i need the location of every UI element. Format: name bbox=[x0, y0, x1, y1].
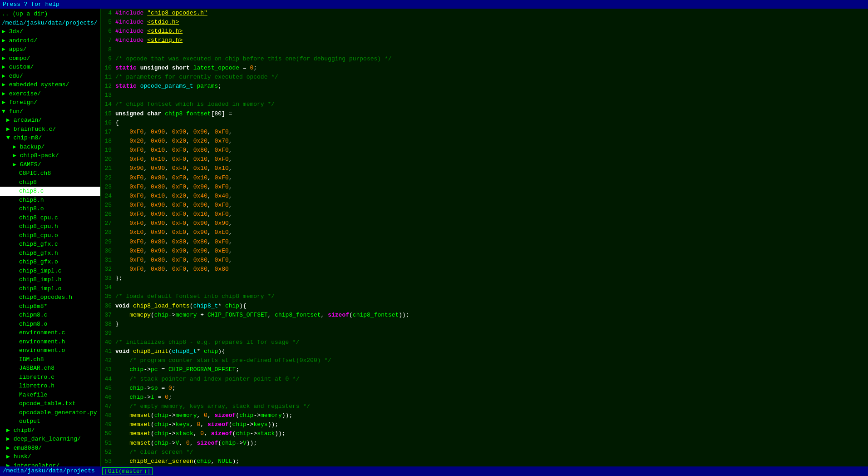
sidebar-item-chip8-c[interactable]: chip8.c bbox=[0, 187, 100, 196]
code-line-7: 7 #include <string.h> bbox=[101, 36, 868, 45]
code-line-52: 52 /* clear screen */ bbox=[101, 448, 868, 457]
code-line-37: 37 memcpy(chip->memory + CHIP_FONTS_OFFS… bbox=[101, 311, 868, 320]
sidebar-item-compo[interactable]: ▶ compo/ bbox=[0, 54, 100, 63]
code-line-48: 48 memset(chip->memory, 0, sizeof(chip->… bbox=[101, 411, 868, 420]
main-area: .. (up a dir) /media/jasku/data/projects… bbox=[0, 9, 868, 466]
sidebar-item-interpolator[interactable]: ▶ interpolator/ bbox=[0, 461, 100, 467]
code-line-14: 14 /* chip8 fontset which is loaded in m… bbox=[101, 100, 868, 109]
code-line-23: 23 0xF0, 0x80, 0xF0, 0x90, 0xF0, bbox=[101, 183, 868, 192]
sidebar-item-android[interactable]: ▶ android/ bbox=[0, 36, 100, 45]
sidebar-item-chip8-opcodes-h[interactable]: chip8_opcodes.h bbox=[0, 293, 100, 302]
code-line-25: 25 0xF0, 0x90, 0xF0, 0x90, 0xF0, bbox=[101, 201, 868, 210]
code-line-17: 17 0xF0, 0x90, 0x90, 0x90, 0xF0, bbox=[101, 128, 868, 137]
sidebar-parent[interactable]: .. (up a dir) bbox=[0, 10, 100, 19]
sidebar-item-chip8-h[interactable]: chip8.h bbox=[0, 196, 100, 205]
sidebar-item-c8pic[interactable]: C8PIC.ch8 bbox=[0, 169, 100, 178]
sidebar-item-exercise[interactable]: ▶ exercise/ bbox=[0, 89, 100, 99]
sidebar-item-chip8-gfx-c[interactable]: chip8_gfx.c bbox=[0, 240, 100, 249]
sidebar-item-chip8-cpu-h[interactable]: chip8_cpu.h bbox=[0, 222, 100, 231]
sidebar-item-makefile[interactable]: Makefile bbox=[0, 391, 100, 400]
code-line-5: 5 #include <stdio.h> bbox=[101, 18, 868, 27]
sidebar-item-libretro-c[interactable]: libretro.c bbox=[0, 373, 100, 382]
code-line-11: 11 /* parameters for currently executed … bbox=[101, 73, 868, 82]
code-line-38: 38 } bbox=[101, 320, 868, 329]
code-line-4: 4 #include "chip8_opcodes.h" bbox=[101, 9, 868, 18]
sidebar-item-chipm8-o[interactable]: chipm8.o bbox=[0, 320, 100, 329]
sidebar-item-brainfuck[interactable]: ▶ brainfuck.c/ bbox=[0, 125, 100, 134]
code-line-10: 10 static unsigned short latest_opcode =… bbox=[101, 64, 868, 73]
sidebar-item-arcawin[interactable]: ▶ arcawin/ bbox=[0, 116, 100, 125]
code-line-20: 20 0xF0, 0x10, 0xF0, 0x10, 0xF0, bbox=[101, 155, 868, 164]
sidebar-item-chip8-impl-h[interactable]: chip8_impl.h bbox=[0, 275, 100, 284]
sidebar-item-opcode-table[interactable]: opcode_table.txt bbox=[0, 399, 100, 408]
code-line-19: 19 0xF0, 0x10, 0xF0, 0x80, 0xF0, bbox=[101, 146, 868, 155]
code-line-32: 32 0xF0, 0x80, 0xF0, 0x80, 0x80 bbox=[101, 265, 868, 274]
code-line-47: 47 /* empty memory, keys array, stack an… bbox=[101, 402, 868, 411]
sidebar-item-foreign[interactable]: ▶ foreign/ bbox=[0, 98, 100, 107]
code-line-40: 40 /* initializes chip8 - e.g. prepares … bbox=[101, 338, 868, 347]
code-line-44: 44 /* stack pointer and index pointer po… bbox=[101, 375, 868, 384]
sidebar-item-chip8-dir[interactable]: ▶ chip8/ bbox=[0, 426, 100, 435]
sidebar-item-custom[interactable]: ▶ custom/ bbox=[0, 63, 100, 72]
sidebar-item-chip8-cpu-c[interactable]: chip8_cpu.c bbox=[0, 213, 100, 223]
code-line-46: 46 chip->I = 0; bbox=[101, 393, 868, 402]
sidebar-item-env-o[interactable]: environment.o bbox=[0, 346, 100, 355]
sidebar-item-emu8080[interactable]: ▶ emu8080/ bbox=[0, 444, 100, 453]
sidebar-item-games[interactable]: ▶ GAMES/ bbox=[0, 160, 100, 169]
sidebar-item-chip8-gfx-o[interactable]: chip8_gfx.o bbox=[0, 258, 100, 267]
sidebar-item-embedded[interactable]: ▶ embedded_systems/ bbox=[0, 80, 100, 89]
code-line-8: 8 bbox=[101, 45, 868, 55]
sidebar-item-jasbar[interactable]: JASBAR.ch8 bbox=[0, 364, 100, 373]
sidebar-item-libretro-h[interactable]: libretro.h bbox=[0, 382, 100, 391]
code-line-16: 16 { bbox=[101, 119, 868, 128]
sidebar-item-chip8-impl-c[interactable]: chip8_impl.c bbox=[0, 267, 100, 276]
code-line-39: 39 bbox=[101, 329, 868, 338]
sidebar-item-chip8-pack[interactable]: ▶ chip8-pack/ bbox=[0, 151, 100, 160]
code-line-35: 35 /* loads default fontset into chip8 m… bbox=[101, 292, 868, 301]
help-text: Press ? for help bbox=[3, 1, 59, 8]
code-line-43: 43 chip->pc = CHIP_PROGRAM_OFFSET; bbox=[101, 365, 868, 374]
sidebar-item-ibm[interactable]: IBM.ch8 bbox=[0, 355, 100, 364]
sidebar-item-deep-dark[interactable]: ▶ deep_dark_learning/ bbox=[0, 435, 100, 444]
code-line-53: 53 chip8_clear_screen(chip, NULL); bbox=[101, 457, 868, 466]
sidebar-item-output[interactable]: output bbox=[0, 417, 100, 426]
code-line-26: 26 0xF0, 0x90, 0xF0, 0x10, 0xF0, bbox=[101, 210, 868, 219]
code-line-31: 31 0xF0, 0x80, 0xF0, 0x80, 0xF0, bbox=[101, 256, 868, 265]
sidebar-item-chip8-bin[interactable]: chip8 bbox=[0, 178, 100, 187]
code-line-15: 15 unsigned char chip8_fontset[80] = bbox=[101, 109, 868, 119]
sidebar-item-env-h[interactable]: environment.h bbox=[0, 337, 100, 347]
sidebar-item-husk[interactable]: ▶ husk/ bbox=[0, 452, 100, 461]
code-line-27: 27 0xF0, 0x90, 0xF0, 0x90, 0x90, bbox=[101, 219, 868, 228]
sidebar: .. (up a dir) /media/jasku/data/projects… bbox=[0, 9, 101, 466]
sidebar-item-chip8m8[interactable]: chip8m8* bbox=[0, 302, 100, 311]
sidebar-item-chip8-impl-o[interactable]: chip8_impl.o bbox=[0, 284, 100, 293]
sidebar-item-chip-m8[interactable]: ▼ chip-m8/ bbox=[0, 134, 100, 143]
sidebar-item-opcode-gen[interactable]: opcodable_generator.py bbox=[0, 408, 100, 417]
code-line-29: 29 0xF0, 0x80, 0x80, 0x80, 0xF0, bbox=[101, 238, 868, 247]
code-editor[interactable]: 4 #include "chip8_opcodes.h" 5 #include … bbox=[101, 9, 868, 466]
code-line-18: 18 0x20, 0x60, 0x20, 0x20, 0x70, bbox=[101, 137, 868, 146]
top-bar: Press ? for help bbox=[0, 0, 868, 9]
code-line-28: 28 0xE0, 0x90, 0xE0, 0x90, 0xE0, bbox=[101, 228, 868, 237]
sidebar-item-env-c[interactable]: environment.c bbox=[0, 328, 100, 337]
sidebar-item-fun[interactable]: ▼ fun/ bbox=[0, 107, 100, 116]
code-line-24: 24 0xF0, 0x10, 0x20, 0x40, 0x40, bbox=[101, 192, 868, 201]
sidebar-item-chip8-cpu-o[interactable]: chip8_cpu.o bbox=[0, 231, 100, 240]
code-line-6: 6 #include <stdlib.h> bbox=[101, 27, 868, 36]
code-line-34: 34 bbox=[101, 283, 868, 292]
status-bar: /media/jasku/data/projects [Git(master)] bbox=[0, 466, 868, 476]
sidebar-item-chipm8-c[interactable]: chipm8.c bbox=[0, 311, 100, 320]
code-line-22: 22 0xF0, 0x80, 0xF0, 0x10, 0xF0, bbox=[101, 174, 868, 183]
sidebar-item-chip8-o[interactable]: chip8.o bbox=[0, 204, 100, 213]
sidebar-item-apps[interactable]: ▶ apps/ bbox=[0, 45, 100, 54]
code-line-51: 51 memset(chip->V, 0, sizeof(chip->V)); bbox=[101, 439, 868, 448]
sidebar-item-chip8-gfx-h[interactable]: chip8_gfx.h bbox=[0, 249, 100, 258]
sidebar-item-edu[interactable]: ▶ edu/ bbox=[0, 72, 100, 81]
code-line-41: 41 void chip8_init(chip8_t* chip){ bbox=[101, 347, 868, 356]
sidebar-item-3ds[interactable]: ▶ 3ds/ bbox=[0, 27, 100, 36]
code-line-45: 45 chip->sp = 0; bbox=[101, 384, 868, 393]
sidebar-path: /media/jasku/data/projects/ bbox=[0, 19, 100, 28]
sidebar-item-backup[interactable]: ▶ backup/ bbox=[0, 143, 100, 152]
status-path: /media/jasku/data/projects bbox=[3, 467, 95, 475]
code-line-36: 36 void chip8_load_fonts(chip8_t* chip){ bbox=[101, 302, 868, 311]
